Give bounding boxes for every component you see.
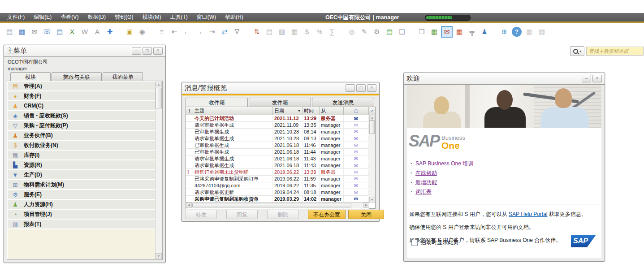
envelope-icon[interactable] (344, 129, 369, 134)
export-excel-icon[interactable]: X (67, 27, 77, 37)
message-row[interactable]: 已将采购申请复制到采购订单 2019.06.22 11:59 manager (186, 176, 369, 182)
envelope-icon[interactable] (344, 123, 369, 128)
paste-from-icon[interactable]: ▥ (277, 27, 287, 37)
print-icon[interactable]: ▦ (17, 27, 27, 37)
scroll-up-icon[interactable] (369, 115, 375, 121)
scroll-down-icon[interactable] (156, 253, 162, 259)
out-of-office-button[interactable]: 不在办公室 (308, 210, 346, 219)
message-row[interactable]: 请求审批单据更新 2019.04.24 08:18 manager (186, 189, 369, 196)
menubar-item[interactable]: 工具(T) (165, 13, 192, 21)
tab-outbox[interactable]: 发件箱 (249, 98, 311, 107)
main-menu-scrollbar[interactable] (155, 82, 162, 259)
module-sales-ar[interactable]: ◈ 销售 - 应收账款(S) (8, 111, 156, 120)
envelope-icon[interactable] (344, 183, 369, 188)
launch-application-icon[interactable]: ✚ (105, 27, 115, 37)
last-record-icon[interactable]: ⇥ (207, 27, 217, 37)
column-time[interactable]: 时间 (303, 107, 320, 115)
fax-icon[interactable]: ▤ (55, 27, 65, 37)
tab-my-menu[interactable]: 我的菜单 (103, 72, 143, 81)
help-icon[interactable]: ? (512, 27, 522, 37)
column-from[interactable]: 从 (320, 107, 344, 115)
lock-screen-icon[interactable]: ▣ (125, 27, 134, 37)
service-call-icon[interactable]: ▦ (524, 27, 534, 37)
filter-icon[interactable]: ∇ (232, 27, 242, 37)
volume-weight-icon[interactable]: ∑ (327, 27, 337, 37)
envelope-icon[interactable] (344, 170, 369, 175)
find-icon[interactable]: ◉ (137, 27, 147, 37)
main-menu-titlebar[interactable]: 主菜单 – □ × (4, 45, 165, 57)
payment-means-icon[interactable]: $ (302, 27, 312, 37)
module-reports[interactable]: ▥ 报表(T) (8, 220, 156, 229)
service-contract-icon[interactable]: ▦ (537, 27, 547, 37)
close-icon[interactable]: × (592, 75, 602, 82)
next-record-icon[interactable]: → (194, 27, 204, 37)
link-sap-business-one-training[interactable]: SAP Business One 培训 (415, 159, 473, 168)
minimize-icon[interactable]: – (346, 84, 355, 92)
envelope-icon[interactable] (344, 177, 369, 181)
scrollbar-thumb[interactable] (369, 121, 375, 134)
welcome-titlebar[interactable]: 欢迎 – × (404, 73, 605, 85)
module-financials[interactable]: ◕ 财务(F) (8, 91, 156, 100)
menubar-item[interactable]: 数据(D) (83, 13, 110, 21)
module-purchasing-ap[interactable]: ▽ 采购 - 应付账款(P) (8, 121, 156, 130)
message-row[interactable]: 已审批单据生成 2021.06.18 11:44 manager (186, 149, 369, 155)
envelope-icon[interactable] (344, 150, 369, 155)
chat-icon[interactable]: ❑ (397, 27, 407, 37)
module-service[interactable]: ⚙ 服务(E) (8, 190, 156, 199)
transaction-journal-icon[interactable]: ◎ (347, 27, 357, 37)
edit-icon[interactable]: ✎ (359, 27, 369, 37)
minimize-icon[interactable]: – (132, 47, 141, 55)
scroll-right-icon[interactable] (363, 203, 369, 208)
envelope-icon[interactable] (344, 197, 369, 202)
envelope-icon[interactable] (344, 116, 369, 121)
search-input[interactable] (586, 47, 644, 56)
tab-drag-and-relate[interactable]: 拖放与关联 (52, 72, 102, 81)
form-settings-icon[interactable]: ⚙ (372, 27, 382, 37)
web-browser-icon[interactable]: ⊕ (499, 27, 509, 37)
show-at-startup-checkbox[interactable]: 启动时显示此页 (411, 239, 458, 246)
expand-grid-icon[interactable]: ↗ (369, 107, 375, 115)
column-attachment[interactable]: ▢ (344, 107, 369, 115)
delete-button[interactable]: 删除 (267, 210, 298, 219)
module-resources[interactable]: ▙ 资源(R) (8, 160, 156, 169)
query-manager-icon[interactable]: ▤ (385, 27, 394, 37)
search-button[interactable] (570, 46, 584, 56)
org-chart-icon[interactable]: ╦ (467, 27, 477, 37)
link-online-help[interactable]: 在线帮助 (415, 168, 437, 178)
tab-modules[interactable]: 模块 (10, 72, 51, 81)
company-user-link[interactable]: OEC中国有限公司 | manager (325, 14, 399, 22)
scrollbar-thumb[interactable] (192, 203, 351, 207)
module-business-partners[interactable]: ♟ 业务伙伴(B) (8, 131, 156, 140)
module-human-resources[interactable]: ♟ 人力资源(H) (8, 200, 156, 209)
refresh-icon[interactable]: ⇄ (220, 27, 229, 37)
first-record-icon[interactable]: ⇤ (169, 27, 179, 37)
message-row[interactable]: 请求审批单据生成 2021.06.18 11:43 manager (186, 162, 369, 169)
maximize-icon[interactable]: □ (356, 84, 366, 92)
copy-to-icon[interactable]: ▤ (264, 27, 274, 37)
payment-wizard-icon[interactable]: ▦ (454, 27, 464, 37)
export-word-icon[interactable]: W (80, 27, 90, 37)
close-icon[interactable]: × (153, 47, 163, 55)
message-row[interactable]: 请求审批单据生成 2021.11.09 13:35 manager (186, 122, 369, 129)
export-pdf-icon[interactable]: A (92, 27, 102, 37)
envelope-icon[interactable] (344, 156, 369, 161)
menubar-item[interactable]: 窗口(W) (192, 13, 220, 21)
menubar-item[interactable]: 文件(F) (3, 13, 29, 21)
employee-icon[interactable]: ♟ (480, 27, 489, 37)
module-project-management[interactable]: ◔ 项目管理(J) (8, 210, 156, 219)
messages-titlebar[interactable]: 消息/警报概览 – □ × (182, 82, 379, 94)
close-icon[interactable]: × (367, 84, 376, 92)
module-mrp[interactable]: ⊞ 物料需求计划(M) (8, 180, 156, 189)
module-inventory[interactable]: ▦ 库存(I) (8, 151, 156, 160)
sort-icon[interactable]: ⇅ (252, 27, 262, 37)
column-alert[interactable]: ! (186, 107, 193, 115)
message-vertical-scrollbar[interactable] (369, 115, 375, 203)
menubar-item[interactable]: 转到(G) (110, 13, 138, 21)
column-subject[interactable]: 主题 (193, 107, 273, 115)
menubar-item[interactable]: 模块(M) (138, 13, 165, 21)
chat-history-icon[interactable]: ❒ (417, 27, 427, 37)
message-row[interactable]: 442674104@qq.com 2019.06.22 11:35 manage… (186, 182, 369, 189)
message-row[interactable]: 已审批单据生成 2021.10.28 08:14 manager (186, 129, 369, 135)
tab-inbox[interactable]: 收件箱 (186, 98, 248, 107)
link-glossary[interactable]: 词汇表 (415, 187, 432, 197)
